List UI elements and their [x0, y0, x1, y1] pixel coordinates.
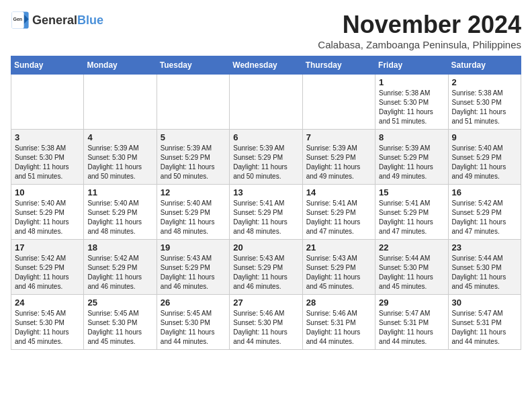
day-header-thursday: Thursday	[302, 56, 375, 75]
day-header-tuesday: Tuesday	[157, 56, 229, 75]
day-details: Sunrise: 5:44 AM Sunset: 5:30 PM Dayligh…	[452, 254, 517, 291]
calendar-week-row: 10Sunrise: 5:40 AM Sunset: 5:29 PM Dayli…	[11, 185, 521, 240]
day-details: Sunrise: 5:41 AM Sunset: 5:29 PM Dayligh…	[233, 199, 298, 236]
day-details: Sunrise: 5:42 AM Sunset: 5:29 PM Dayligh…	[87, 254, 152, 291]
day-number: 9	[452, 132, 517, 142]
day-number: 30	[452, 298, 517, 308]
calendar-cell: 22Sunrise: 5:44 AM Sunset: 5:30 PM Dayli…	[375, 240, 448, 295]
calendar-week-row: 17Sunrise: 5:42 AM Sunset: 5:29 PM Dayli…	[11, 240, 521, 295]
day-number: 13	[233, 187, 298, 197]
day-number: 14	[306, 187, 371, 197]
day-details: Sunrise: 5:42 AM Sunset: 5:29 PM Dayligh…	[15, 254, 80, 291]
day-number: 25	[87, 298, 152, 308]
logo-text: GeneralBlue	[32, 13, 103, 28]
calendar-cell: 21Sunrise: 5:43 AM Sunset: 5:29 PM Dayli…	[302, 240, 375, 295]
day-number: 18	[87, 242, 152, 253]
day-details: Sunrise: 5:43 AM Sunset: 5:29 PM Dayligh…	[233, 254, 298, 291]
calendar-cell: 6Sunrise: 5:39 AM Sunset: 5:29 PM Daylig…	[230, 130, 302, 185]
calendar-cell: 17Sunrise: 5:42 AM Sunset: 5:29 PM Dayli…	[11, 240, 84, 295]
calendar-week-row: 24Sunrise: 5:45 AM Sunset: 5:30 PM Dayli…	[11, 295, 521, 350]
location-subtitle: Calabasa, Zamboanga Peninsula, Philippin…	[318, 39, 521, 50]
calendar-cell: 14Sunrise: 5:41 AM Sunset: 5:29 PM Dayli…	[302, 185, 375, 240]
calendar-cell	[11, 75, 84, 130]
day-number: 6	[233, 132, 298, 142]
day-details: Sunrise: 5:39 AM Sunset: 5:29 PM Dayligh…	[233, 144, 298, 181]
calendar-cell: 4Sunrise: 5:39 AM Sunset: 5:30 PM Daylig…	[84, 130, 157, 185]
calendar-cell: 25Sunrise: 5:45 AM Sunset: 5:30 PM Dayli…	[84, 295, 157, 350]
day-number: 27	[233, 298, 298, 308]
day-number: 20	[233, 242, 298, 253]
day-number: 7	[306, 132, 371, 142]
day-details: Sunrise: 5:38 AM Sunset: 5:30 PM Dayligh…	[379, 89, 444, 126]
day-details: Sunrise: 5:38 AM Sunset: 5:30 PM Dayligh…	[15, 144, 80, 181]
calendar-week-row: 3Sunrise: 5:38 AM Sunset: 5:30 PM Daylig…	[11, 130, 521, 185]
month-title: November 2024	[318, 11, 521, 39]
day-number: 10	[15, 187, 80, 197]
day-number: 29	[379, 298, 444, 308]
day-details: Sunrise: 5:40 AM Sunset: 5:29 PM Dayligh…	[87, 199, 152, 236]
day-header-saturday: Saturday	[448, 56, 521, 75]
day-details: Sunrise: 5:47 AM Sunset: 5:31 PM Dayligh…	[452, 309, 517, 347]
svg-text:Gen: Gen	[13, 17, 23, 21]
day-details: Sunrise: 5:39 AM Sunset: 5:30 PM Dayligh…	[87, 144, 152, 181]
calendar-cell: 28Sunrise: 5:46 AM Sunset: 5:31 PM Dayli…	[302, 295, 375, 350]
day-header-sunday: Sunday	[11, 56, 84, 75]
calendar-cell: 15Sunrise: 5:41 AM Sunset: 5:29 PM Dayli…	[375, 185, 448, 240]
calendar-cell: 9Sunrise: 5:40 AM Sunset: 5:29 PM Daylig…	[448, 130, 521, 185]
calendar-cell: 11Sunrise: 5:40 AM Sunset: 5:29 PM Dayli…	[84, 185, 157, 240]
calendar-cell: 27Sunrise: 5:46 AM Sunset: 5:30 PM Dayli…	[230, 295, 302, 350]
day-number: 12	[161, 187, 226, 197]
calendar-cell: 23Sunrise: 5:44 AM Sunset: 5:30 PM Dayli…	[448, 240, 521, 295]
title-area: November 2024 Calabasa, Zamboanga Penins…	[318, 11, 521, 50]
calendar-cell	[230, 75, 302, 130]
day-number: 21	[306, 242, 371, 253]
day-number: 17	[15, 242, 80, 253]
calendar-cell: 26Sunrise: 5:45 AM Sunset: 5:30 PM Dayli…	[157, 295, 229, 350]
calendar-cell: 12Sunrise: 5:40 AM Sunset: 5:29 PM Dayli…	[157, 185, 229, 240]
day-details: Sunrise: 5:40 AM Sunset: 5:29 PM Dayligh…	[15, 199, 80, 236]
calendar-cell: 24Sunrise: 5:45 AM Sunset: 5:30 PM Dayli…	[11, 295, 84, 350]
day-details: Sunrise: 5:39 AM Sunset: 5:29 PM Dayligh…	[306, 144, 371, 181]
day-details: Sunrise: 5:47 AM Sunset: 5:31 PM Dayligh…	[379, 309, 444, 347]
day-details: Sunrise: 5:42 AM Sunset: 5:29 PM Dayligh…	[452, 199, 517, 236]
day-details: Sunrise: 5:45 AM Sunset: 5:30 PM Dayligh…	[87, 309, 152, 347]
calendar-cell: 7Sunrise: 5:39 AM Sunset: 5:29 PM Daylig…	[302, 130, 375, 185]
day-details: Sunrise: 5:45 AM Sunset: 5:30 PM Dayligh…	[15, 309, 80, 347]
day-number: 2	[452, 77, 517, 87]
day-number: 11	[87, 187, 152, 197]
day-details: Sunrise: 5:41 AM Sunset: 5:29 PM Dayligh…	[379, 199, 444, 236]
day-header-wednesday: Wednesday	[230, 56, 302, 75]
day-details: Sunrise: 5:43 AM Sunset: 5:29 PM Dayligh…	[306, 254, 371, 291]
calendar-cell: 1Sunrise: 5:38 AM Sunset: 5:30 PM Daylig…	[375, 75, 448, 130]
calendar-cell: 19Sunrise: 5:43 AM Sunset: 5:29 PM Dayli…	[157, 240, 229, 295]
day-number: 23	[452, 242, 517, 253]
day-number: 15	[379, 187, 444, 197]
day-details: Sunrise: 5:39 AM Sunset: 5:29 PM Dayligh…	[379, 144, 444, 181]
day-header-monday: Monday	[84, 56, 157, 75]
calendar-cell: 20Sunrise: 5:43 AM Sunset: 5:29 PM Dayli…	[230, 240, 302, 295]
page-header: Gen GeneralBlue November 2024 Calabasa, …	[11, 11, 521, 50]
logo: Gen GeneralBlue	[11, 11, 103, 30]
calendar-cell: 10Sunrise: 5:40 AM Sunset: 5:29 PM Dayli…	[11, 185, 84, 240]
day-number: 19	[161, 242, 226, 253]
calendar-cell	[84, 75, 157, 130]
day-number: 5	[161, 132, 226, 142]
calendar-cell: 8Sunrise: 5:39 AM Sunset: 5:29 PM Daylig…	[375, 130, 448, 185]
day-details: Sunrise: 5:38 AM Sunset: 5:30 PM Dayligh…	[452, 89, 517, 126]
calendar-header-row: SundayMondayTuesdayWednesdayThursdayFrid…	[11, 56, 521, 75]
day-details: Sunrise: 5:45 AM Sunset: 5:30 PM Dayligh…	[161, 309, 226, 347]
day-number: 22	[379, 242, 444, 253]
day-number: 4	[87, 132, 152, 142]
day-number: 26	[161, 298, 226, 308]
day-details: Sunrise: 5:44 AM Sunset: 5:30 PM Dayligh…	[379, 254, 444, 291]
day-number: 8	[379, 132, 444, 142]
calendar-cell: 5Sunrise: 5:39 AM Sunset: 5:29 PM Daylig…	[157, 130, 229, 185]
calendar-cell	[302, 75, 375, 130]
day-number: 3	[15, 132, 80, 142]
calendar-cell	[157, 75, 229, 130]
day-details: Sunrise: 5:40 AM Sunset: 5:29 PM Dayligh…	[452, 144, 517, 181]
calendar-cell: 16Sunrise: 5:42 AM Sunset: 5:29 PM Dayli…	[448, 185, 521, 240]
day-details: Sunrise: 5:43 AM Sunset: 5:29 PM Dayligh…	[161, 254, 226, 291]
day-number: 28	[306, 298, 371, 308]
calendar-cell: 13Sunrise: 5:41 AM Sunset: 5:29 PM Dayli…	[230, 185, 302, 240]
